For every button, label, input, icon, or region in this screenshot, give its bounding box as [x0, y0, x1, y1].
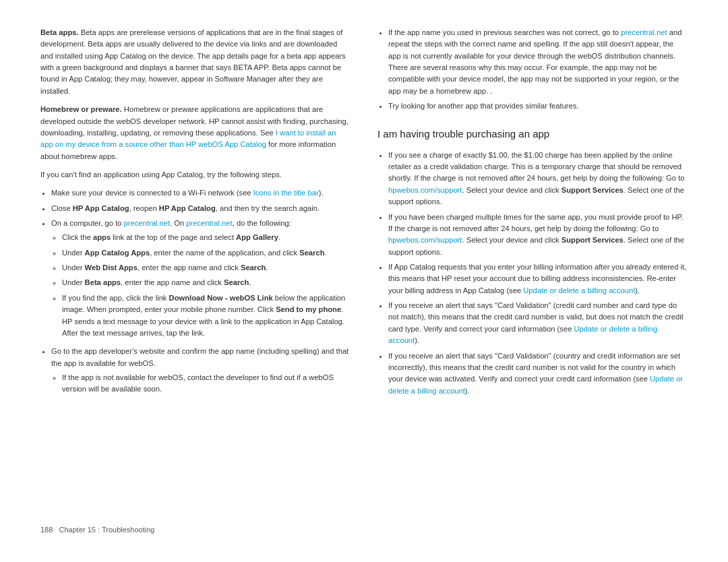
hpwebos-link2[interactable]: hpwebos.com/support	[388, 236, 462, 244]
sub-bullet-beta-apps: Under Beta apps, enter the app name and …	[62, 277, 351, 288]
homebrew-lead: Homebrew or preware.	[40, 105, 122, 113]
beta-apps-sub-start: Under	[62, 278, 85, 286]
search-bold2: Search	[241, 263, 266, 272]
apps-link-start: Click the	[62, 233, 93, 241]
page-number: 188	[40, 526, 53, 534]
beta-apps-sub-end: .	[249, 278, 251, 286]
precentral-link1[interactable]: precentral.net	[124, 219, 170, 227]
web-dist-end: .	[266, 263, 268, 272]
sub-bullet-web-dist: Under Web Dist Apps, enter the app name …	[62, 262, 351, 274]
sub-bullet-app-catalog-apps: Under App Catalog Apps, enter the name o…	[62, 247, 351, 259]
page-footer: 188 Chapter 15 : Troubleshooting	[40, 518, 688, 536]
sub-bullet-list: Click the apps link at the top of the pa…	[62, 232, 351, 339]
homebrew-paragraph: Homebrew or preware. Homebrew or preware…	[40, 104, 351, 162]
catalog-apps-end: .	[325, 249, 327, 257]
right-bullet-similar-features: Try looking for another app that provide…	[388, 100, 688, 112]
purchasing-bullet-5: If you receive an alert that says "Card …	[388, 350, 688, 397]
right-column: If the app name you used in previous sea…	[377, 27, 688, 518]
sub-bullet-download-now: If you find the app, click the link Down…	[62, 292, 351, 339]
beta-apps-body: Beta apps are prerelease versions of app…	[40, 28, 346, 95]
page-container: Beta apps. Beta apps are prerelease vers…	[0, 0, 728, 562]
purchasing-bullet-2: If you have been charged multiple times …	[388, 212, 688, 258]
bullet-precentral: On a computer, go to precentral.net. On …	[51, 218, 351, 339]
beta-apps-sub-mid: , enter the app name and click	[121, 278, 224, 286]
web-dist-mid: , enter the app name and click	[138, 263, 241, 272]
sub-bullet-list-2: If the app is not available for webOS, c…	[62, 372, 351, 396]
beta-apps-paragraph: Beta apps. Beta apps are prerelease vers…	[40, 27, 351, 97]
reopen-end: , and then try the search again.	[216, 204, 320, 212]
beta-apps-sub-bold: Beta apps	[85, 278, 121, 286]
reopen-mid: , reopen	[129, 204, 159, 212]
bullet-wifi-start: Make sure your device is connected to a …	[51, 189, 253, 197]
right-bullet-app-name: If the app name you used in previous sea…	[388, 27, 688, 97]
download-start: If you find the app, click the link	[62, 294, 169, 302]
icons-title-bar-link[interactable]: Icons in the title bar	[253, 189, 319, 197]
trouble-purchasing-heading: I am having trouble purchasing an app	[377, 126, 688, 142]
support-services-bold1: Support Services	[562, 186, 624, 194]
bullet-developer-website: Go to the app developer's website and co…	[51, 346, 351, 395]
web-dist-start: Under	[62, 263, 85, 272]
bullet-wifi-end: ).	[319, 189, 324, 197]
bullet-reopen-catalog: Close HP App Catalog, reopen HP App Cata…	[51, 203, 351, 214]
send-to-phone-bold: Send to my phone	[276, 305, 341, 313]
charge-mid: . Select your device and click	[462, 186, 561, 194]
search-bold3: Search	[224, 278, 249, 286]
hpwebos-link1[interactable]: hpwebos.com/support	[388, 186, 462, 194]
dev-website-text: Go to the app developer's website and co…	[51, 347, 348, 367]
billing-info-end: ).	[635, 286, 640, 294]
precentral-end: , do the following:	[233, 219, 291, 227]
card-validation-end: ).	[415, 336, 419, 344]
web-dist-bold: Web Dist Apps	[85, 263, 138, 272]
bullet-wifi: Make sure your device is connected to a …	[51, 187, 351, 199]
app-name-start: If the app name you used in previous sea…	[388, 28, 621, 36]
update-billing-link1[interactable]: Update or delete a billing account	[523, 286, 635, 294]
precentral-right-link[interactable]: precentral.net	[621, 28, 667, 36]
two-column-layout: Beta apps. Beta apps are prerelease vers…	[40, 27, 688, 518]
precentral-start: On a computer, go to	[51, 219, 124, 227]
purchasing-bullet-4: If you receive an alert that says "Card …	[388, 300, 688, 346]
right-top-bullets: If the app name you used in previous sea…	[388, 27, 688, 113]
apps-link-mid: link at the top of the page and select	[111, 233, 236, 241]
reopen-start: Close	[51, 204, 73, 212]
app-name-end: and repeat the steps with the correct na…	[388, 28, 681, 95]
download-now-bold: Download Now - webOS Link	[169, 294, 273, 302]
app-catalog-intro: If you can't find an application using A…	[40, 169, 351, 181]
sub-bullet-not-available: If the app is not available for webOS, c…	[62, 372, 351, 396]
charged-multiple-mid: . Select your device and click	[462, 236, 561, 244]
purchasing-bullet-1: If you see a charge of exactly $1.00, th…	[388, 150, 688, 208]
apps-bold: apps	[93, 233, 111, 241]
search-bold1: Search	[299, 249, 324, 257]
sub-bullet-apps-link: Click the apps link at the top of the pa…	[62, 232, 351, 243]
left-column: Beta apps. Beta apps are prerelease vers…	[40, 27, 351, 518]
precentral-link2[interactable]: precentral.net	[186, 219, 232, 227]
purchasing-bullet-3: If App Catalog requests that you enter y…	[388, 261, 688, 296]
card-validation2-start: If you receive an alert that says "Card …	[388, 352, 680, 383]
hp-app-catalog-bold1: HP App Catalog	[73, 204, 129, 212]
card-validation2-end: ).	[465, 387, 470, 395]
footer-text: 188 Chapter 15 : Troubleshooting	[40, 526, 154, 534]
purchasing-bullets: If you see a charge of exactly $1.00, th…	[388, 150, 688, 397]
app-gallery-bold: App Gallery	[236, 233, 278, 241]
apps-link-end: .	[278, 233, 280, 241]
catalog-apps-start: Under	[62, 249, 85, 257]
support-services-bold2: Support Services	[562, 236, 624, 244]
hp-app-catalog-bold2: HP App Catalog	[159, 204, 216, 212]
charged-multiple-start: If you have been charged multiple times …	[388, 213, 684, 232]
main-bullet-list: Make sure your device is connected to a …	[51, 187, 351, 395]
precentral-mid: . On	[170, 219, 186, 227]
charge-start: If you see a charge of exactly $1.00, th…	[388, 151, 684, 183]
catalog-apps-mid: , enter the name of the application, and…	[150, 249, 299, 257]
chapter-label: Chapter 15 : Troubleshooting	[59, 526, 155, 534]
app-catalog-apps-bold: App Catalog Apps	[85, 249, 150, 257]
beta-apps-lead: Beta apps.	[40, 28, 79, 36]
